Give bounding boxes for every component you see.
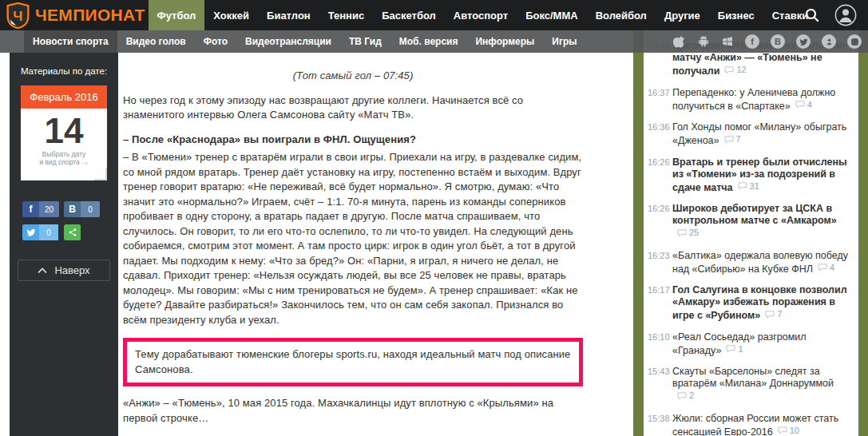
subnav-item[interactable]: Новости спорта xyxy=(24,30,117,53)
subnav-item[interactable]: ТВ Гид xyxy=(340,30,390,53)
topnav-item[interactable]: Другие xyxy=(656,0,709,30)
subnav-item[interactable]: Моб. версия xyxy=(390,30,467,53)
ad-strip-left xyxy=(633,30,644,436)
vk-share-button[interactable]: В0 xyxy=(64,201,100,217)
windows-icon[interactable] xyxy=(721,35,734,48)
subnav-item[interactable]: Информеры xyxy=(466,30,543,53)
subnav-icons: fВ xyxy=(673,30,862,53)
vk-icon[interactable]: В xyxy=(771,34,785,49)
subnav-item[interactable]: Фото xyxy=(195,30,236,53)
topnav-item[interactable]: Автоспорт xyxy=(445,0,517,30)
comments-badge[interactable]: 1 xyxy=(726,343,743,355)
subnav-menu: Новости спортаВидео головФотоВидеотрансл… xyxy=(24,30,586,53)
news-time: 16:36 xyxy=(648,121,672,147)
article-paragraph: Но через год к этому эпизоду нас возвращ… xyxy=(123,93,583,123)
comments-badge[interactable]: 4 xyxy=(818,262,834,274)
news-item[interactable]: 16:26Широков дебютирует за ЦСКА в контро… xyxy=(644,203,858,240)
news-item[interactable]: 16:23«Балтика» одержала волевую победу н… xyxy=(644,250,858,275)
comments-badge[interactable]: 12 xyxy=(724,64,746,76)
choose-date-link[interactable]: Выбрать дату и вид спорта → xyxy=(21,150,107,166)
news-feed: 16:48Президент ФНЛ: никаких жалоб по мат… xyxy=(644,30,858,436)
vk-icon: В xyxy=(64,201,81,217)
calendar-day: 14 xyxy=(21,113,107,149)
news-item[interactable]: 16:17Гол Салугина в концовке позволил «А… xyxy=(644,284,858,322)
apple-icon[interactable] xyxy=(673,35,686,48)
subnav-item[interactable]: Игры xyxy=(543,30,585,53)
news-title: Широков дебютирует за ЦСКА в контрольном… xyxy=(672,203,850,240)
topnav-item[interactable]: Хоккей xyxy=(204,0,258,30)
news-title: Гол Салугина в концовке позволил «Амкару… xyxy=(672,284,850,322)
subnav-item[interactable]: Видеотрансляции xyxy=(236,30,340,53)
topnav-item[interactable]: Теннис xyxy=(319,0,373,30)
comments-count: 2 xyxy=(689,390,694,402)
comments-count: 7 xyxy=(777,308,782,320)
topnav-actions xyxy=(804,4,857,26)
news-item[interactable]: 15:43Скауты «Барселоны» следят за вратар… xyxy=(644,366,858,403)
news-time: 16:23 xyxy=(648,250,672,275)
article-content: (Тот самый гол – 07:45) Но через год к э… xyxy=(118,53,589,436)
calendar-widget[interactable]: Февраль 2016 14 Выбрать дату и вид спорт… xyxy=(21,85,107,180)
odnoklassniki-icon[interactable] xyxy=(822,34,836,49)
comments-badge[interactable]: 7 xyxy=(724,133,741,145)
sub-navigation: Новости спортаВидео головФотоВидеотрансл… xyxy=(0,30,868,53)
search-icon[interactable] xyxy=(804,7,820,23)
topnav-item[interactable]: Бизнес xyxy=(709,0,763,30)
back-to-top-button[interactable]: Наверх xyxy=(18,260,110,281)
comments-badge[interactable]: 31 xyxy=(738,180,759,192)
profile-icon[interactable] xyxy=(834,4,857,26)
news-item[interactable]: 15:38Жюли: сборная России может стать се… xyxy=(644,413,858,436)
comments-count: 31 xyxy=(750,180,759,192)
news-item[interactable]: 16:10«Реал Сосьедад» разгромил «Гранаду»… xyxy=(644,331,858,357)
facebook-icon[interactable]: f xyxy=(745,34,759,49)
instagram-icon[interactable] xyxy=(847,34,862,49)
android-icon[interactable] xyxy=(697,35,710,48)
news-item[interactable]: 16:36Гол Хонды помог «Милану» обыграть «… xyxy=(644,121,858,147)
topnav-item[interactable]: Бокс/MMA xyxy=(517,0,587,30)
comments-badge[interactable]: 10 xyxy=(778,425,799,436)
logo-text: ЧЕМПИОНАТ xyxy=(35,6,145,25)
left-sidebar: Материалы по дате: Февраль 2016 14 Выбра… xyxy=(10,53,118,436)
news-title: Жюли: сборная России может стать сенсаци… xyxy=(672,413,850,436)
topnav-item[interactable]: Волейбол xyxy=(587,0,656,30)
news-item[interactable]: 16:26Вратарь и тренер были отчислены из … xyxy=(644,157,858,194)
comments-count: 12 xyxy=(736,64,746,76)
calendar-fold-corner xyxy=(93,167,107,180)
comments-badge[interactable]: 4 xyxy=(795,99,812,111)
comments-count: 4 xyxy=(807,99,812,111)
news-title: Скауты «Барселоны» следят за вратарём «М… xyxy=(672,366,850,403)
comments-badge[interactable]: 7 xyxy=(765,308,782,320)
logo-shield-icon: Ч xyxy=(5,2,31,29)
news-time: 16:37 xyxy=(648,87,672,113)
topnav-item[interactable]: Биатлон xyxy=(258,0,319,30)
news-title: «Балтика» одержала волевую победу над «С… xyxy=(672,250,850,275)
share-count: 0 xyxy=(39,224,58,240)
comments-badge[interactable]: 25 xyxy=(677,227,699,239)
article-paragraph: «Анжи» – «Тюмень», 10 мая 2015 года. Мах… xyxy=(123,396,583,426)
calendar-month: Февраль 2016 xyxy=(21,85,107,109)
twitter-icon xyxy=(22,224,39,240)
twitter-icon[interactable] xyxy=(796,34,811,49)
highlighted-text-box: Тему дорабатывают тюменские блогеры spor… xyxy=(123,338,583,386)
share-count: 20 xyxy=(39,201,59,217)
materials-by-date-label: Материалы по дате: xyxy=(10,66,118,76)
share-buttons: f20В00 xyxy=(22,201,118,240)
news-title: Перепаденко: у Аленичева должно получить… xyxy=(672,87,850,113)
comments-count: 10 xyxy=(790,425,799,436)
site-logo[interactable]: Ч ЧЕМПИОНАТ xyxy=(5,2,145,29)
share-count: 0 xyxy=(81,201,100,217)
share-share-button[interactable] xyxy=(64,224,100,240)
chevron-up-icon xyxy=(38,268,47,274)
topnav-item[interactable]: Баскетбол xyxy=(373,0,445,30)
news-time: 15:43 xyxy=(648,366,672,403)
interview-answer: – В «Тюмени» тренер с вратарём играли в … xyxy=(123,150,583,327)
topnav-item[interactable]: Футбол xyxy=(149,0,205,30)
subnav-item[interactable]: Видео голов xyxy=(117,30,195,53)
comments-badge[interactable]: 2 xyxy=(677,390,694,402)
svg-text:Ч: Ч xyxy=(13,7,22,23)
comments-count: 4 xyxy=(830,262,834,274)
news-item[interactable]: 16:37Перепаденко: у Аленичева должно пол… xyxy=(644,87,858,113)
news-time: 16:26 xyxy=(648,203,672,240)
facebook-share-button[interactable]: f20 xyxy=(22,201,59,217)
twitter-share-button[interactable]: 0 xyxy=(22,224,59,240)
comments-count: 7 xyxy=(736,133,741,145)
